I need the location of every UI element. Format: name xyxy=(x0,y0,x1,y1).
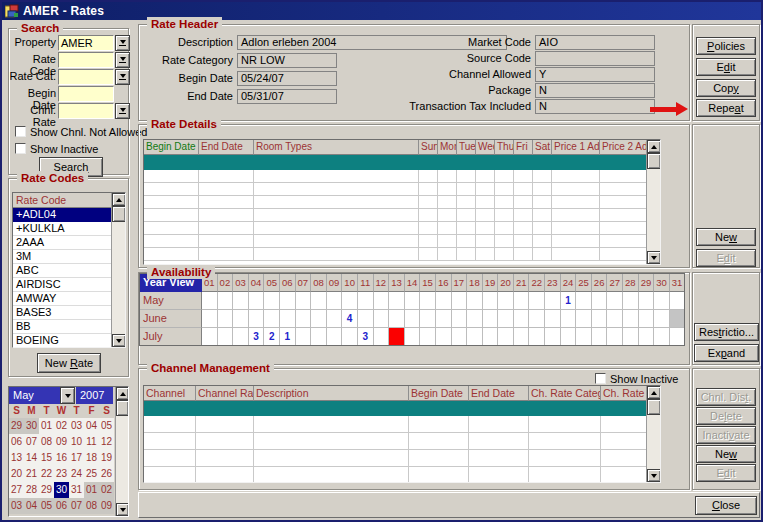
availability-day-cell[interactable] xyxy=(405,310,421,328)
availability-day-cell[interactable] xyxy=(623,328,639,346)
rate-code-item[interactable]: AMWAY xyxy=(13,292,113,306)
search-rate-cat-input[interactable] xyxy=(58,69,114,85)
rate-code-item[interactable]: 3M xyxy=(13,250,113,264)
availability-day-cell[interactable] xyxy=(592,328,608,346)
availability-day-cell[interactable] xyxy=(592,310,608,328)
availability-day-cell[interactable] xyxy=(654,328,670,346)
availability-day-cell[interactable] xyxy=(639,328,655,346)
close-button[interactable]: Close xyxy=(695,496,757,515)
table-row[interactable] xyxy=(144,433,646,450)
calendar-day[interactable]: 03 xyxy=(9,498,24,514)
availability-day-cell[interactable] xyxy=(311,292,327,310)
search-chnl-rate-input[interactable] xyxy=(58,103,114,119)
scrollbar-thumb[interactable] xyxy=(647,153,661,169)
calendar-day[interactable]: 05 xyxy=(39,498,54,514)
availability-day-cell[interactable] xyxy=(420,310,436,328)
search-rate-code-input[interactable] xyxy=(58,52,114,68)
availability-day-cell[interactable] xyxy=(498,292,514,310)
availability-day-cell[interactable] xyxy=(545,310,561,328)
scroll-up-button[interactable] xyxy=(116,387,129,400)
availability-day-cell[interactable] xyxy=(498,310,514,328)
availability-day-cell[interactable] xyxy=(545,292,561,310)
table-row[interactable] xyxy=(144,450,646,467)
rate-code-item[interactable]: BOEING xyxy=(13,334,113,348)
availability-day-cell[interactable] xyxy=(623,310,639,328)
availability-day-cell[interactable] xyxy=(249,292,265,310)
calendar-day[interactable]: 04 xyxy=(84,418,99,434)
availability-day-cell[interactable] xyxy=(202,328,218,346)
copy-button[interactable]: Copy xyxy=(696,79,756,97)
calendar-day[interactable]: 11 xyxy=(84,434,99,450)
availability-day-cell[interactable] xyxy=(327,328,343,346)
availability-day-cell[interactable] xyxy=(623,292,639,310)
calendar-day[interactable]: 22 xyxy=(39,466,54,482)
availability-day-cell[interactable] xyxy=(374,310,390,328)
availability-day-cell[interactable]: 1 xyxy=(280,328,296,346)
calendar-day[interactable]: 08 xyxy=(39,434,54,450)
rate-code-item[interactable]: +ADL04 xyxy=(13,208,113,222)
calendar-day[interactable]: 09 xyxy=(99,498,114,514)
availability-day-cell[interactable]: 3 xyxy=(358,328,374,346)
calendar-day[interactable]: 12 xyxy=(99,434,114,450)
scrollbar-thumb[interactable] xyxy=(116,400,129,416)
calendar-day[interactable]: 31 xyxy=(69,482,84,498)
rate-code-item[interactable]: AIRDISC xyxy=(13,278,113,292)
search-property-input[interactable]: AMER xyxy=(58,35,114,51)
calendar-day[interactable]: 08 xyxy=(84,498,99,514)
availability-day-cell[interactable] xyxy=(420,292,436,310)
repeat-button[interactable]: Repeat xyxy=(696,99,756,117)
calendar-day[interactable]: 21 xyxy=(24,466,39,482)
calendar-day[interactable]: 27 xyxy=(9,482,24,498)
availability-day-cell[interactable] xyxy=(233,292,249,310)
calendar-day[interactable]: 05 xyxy=(99,418,114,434)
availability-day-cell[interactable] xyxy=(467,292,483,310)
calendar-month-dropdown-button[interactable] xyxy=(60,387,75,404)
calendar-day[interactable]: 03 xyxy=(69,418,84,434)
availability-day-cell[interactable] xyxy=(670,310,685,328)
scroll-up-button[interactable] xyxy=(647,140,661,153)
table-row[interactable] xyxy=(144,183,646,196)
availability-day-cell[interactable] xyxy=(264,292,280,310)
calendar-day[interactable]: 09 xyxy=(54,434,69,450)
availability-day-cell[interactable] xyxy=(296,310,312,328)
availability-day-cell[interactable] xyxy=(576,328,592,346)
calendar-day[interactable]: 26 xyxy=(99,466,114,482)
selected-row[interactable] xyxy=(144,155,646,170)
availability-day-cell[interactable] xyxy=(514,328,530,346)
availability-day-cell[interactable] xyxy=(233,310,249,328)
lov-dropdown-button[interactable] xyxy=(115,103,130,119)
availability-day-cell[interactable] xyxy=(483,328,499,346)
availability-day-cell[interactable] xyxy=(607,310,623,328)
scroll-down-button[interactable] xyxy=(647,469,661,482)
calendar-day[interactable]: 16 xyxy=(54,450,69,466)
calendar-day[interactable]: 15 xyxy=(39,450,54,466)
rate-code-item[interactable]: BB xyxy=(13,320,113,334)
table-row[interactable] xyxy=(144,222,646,235)
scroll-down-button[interactable] xyxy=(112,334,126,347)
calendar-day[interactable]: 18 xyxy=(84,450,99,466)
table-row[interactable] xyxy=(144,416,646,433)
new-button[interactable]: New xyxy=(696,445,756,463)
availability-day-cell[interactable] xyxy=(654,292,670,310)
rate-code-item[interactable]: ABC xyxy=(13,264,113,278)
availability-day-cell[interactable] xyxy=(467,328,483,346)
availability-day-cell[interactable] xyxy=(529,328,545,346)
availability-day-cell[interactable] xyxy=(389,328,405,346)
availability-day-cell[interactable] xyxy=(374,328,390,346)
table-row[interactable] xyxy=(144,235,646,248)
calendar-day[interactable]: 25 xyxy=(84,466,99,482)
availability-day-cell[interactable] xyxy=(561,310,577,328)
availability-day-cell[interactable] xyxy=(607,292,623,310)
rate-code-item[interactable]: +KULKLA xyxy=(13,222,113,236)
availability-day-cell[interactable] xyxy=(639,292,655,310)
availability-day-cell[interactable] xyxy=(576,310,592,328)
availability-day-cell[interactable] xyxy=(249,310,265,328)
availability-day-cell[interactable] xyxy=(654,310,670,328)
availability-day-cell[interactable] xyxy=(529,310,545,328)
calendar-day[interactable]: 07 xyxy=(69,498,84,514)
rate-details-scrollbar[interactable] xyxy=(646,140,660,264)
availability-day-cell[interactable] xyxy=(374,292,390,310)
availability-day-cell[interactable] xyxy=(452,292,468,310)
availability-day-cell[interactable] xyxy=(280,292,296,310)
availability-day-cell[interactable] xyxy=(202,292,218,310)
